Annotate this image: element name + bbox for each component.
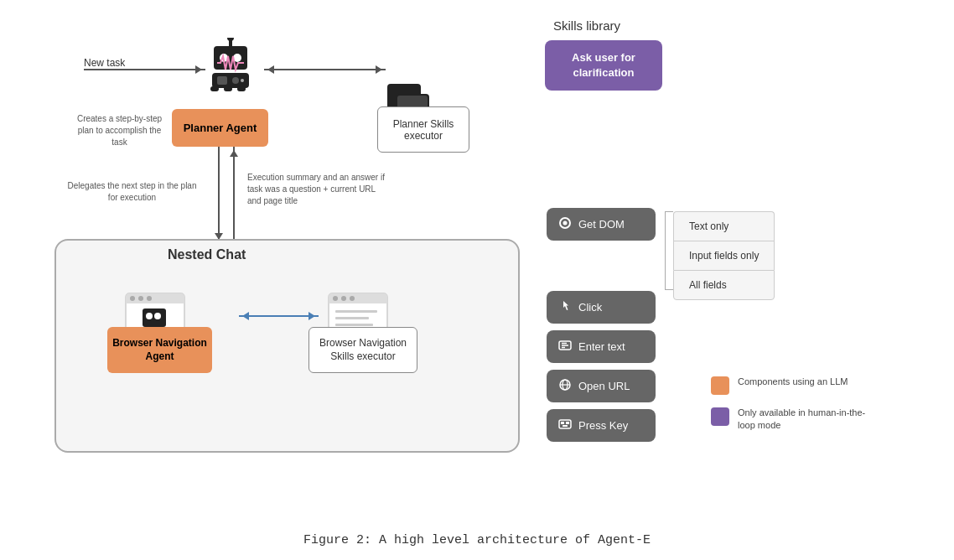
planner-skills-box: Planner Skills executor	[377, 106, 469, 153]
svg-point-7	[232, 77, 239, 84]
open-url-label: Open URL	[578, 380, 630, 392]
press-key-skill[interactable]: Press Key	[547, 409, 656, 442]
dom-option-text-only[interactable]: Text only	[673, 211, 775, 241]
svg-point-18	[130, 296, 135, 301]
arrow-new-task	[84, 69, 205, 70]
press-key-icon	[558, 417, 572, 433]
dom-options-container: Text only Input fields only All fields	[673, 211, 775, 300]
legend-llm-box	[711, 376, 729, 395]
svg-point-29	[350, 296, 355, 301]
dom-option-all-fields[interactable]: All fields	[673, 270, 775, 300]
press-key-label: Press Key	[578, 419, 628, 432]
svg-point-1	[227, 38, 234, 41]
svg-rect-42	[559, 420, 571, 428]
get-dom-skill[interactable]: Get DOM	[547, 208, 656, 241]
nested-chat-label: Nested Chat	[168, 247, 246, 262]
svg-point-34	[563, 221, 568, 226]
click-skill[interactable]: Click	[547, 291, 656, 324]
svg-rect-6	[217, 76, 227, 85]
browser-nav-skills-box: Browser Navigation Skills executor	[308, 327, 417, 373]
open-url-icon	[558, 378, 572, 394]
svg-rect-30	[335, 310, 377, 313]
legend-hitl: Only available in human-in-the-loop mode	[711, 407, 872, 433]
legend-hitl-label: Only available in human-in-the-loop mode	[738, 407, 872, 433]
svg-rect-45	[563, 425, 568, 427]
skills-column: Get DOM Click Enter text Open URL Press …	[547, 208, 656, 442]
svg-point-19	[138, 296, 143, 301]
svg-rect-10	[224, 86, 232, 91]
browser-nav-agent-box: Browser Navigation Agent	[107, 327, 212, 373]
dom-option-input-fields-only[interactable]: Input fields only	[673, 241, 775, 270]
arrow-planner-down	[218, 147, 220, 243]
execution-summary-text: Execution summary and an answer if task …	[247, 172, 386, 207]
legend-llm: Components using an LLM	[711, 376, 872, 395]
delegates-text: Delegates the next step in the plan for …	[63, 180, 201, 204]
svg-rect-21	[143, 309, 166, 327]
legend-llm-label: Components using an LLM	[738, 376, 848, 388]
legend-hitl-box	[711, 407, 729, 426]
svg-point-8	[241, 79, 244, 82]
get-dom-icon	[558, 216, 572, 232]
click-icon	[558, 299, 572, 315]
svg-rect-31	[335, 317, 369, 319]
legend: Components using an LLM Only available i…	[711, 376, 872, 433]
svg-rect-11	[237, 86, 246, 91]
open-url-skill[interactable]: Open URL	[547, 370, 656, 402]
planner-agent-box: Planner Agent	[172, 109, 268, 147]
get-dom-label: Get DOM	[578, 218, 625, 231]
click-label: Click	[578, 301, 602, 314]
svg-rect-44	[566, 422, 569, 424]
arrow-nested-up	[233, 147, 235, 243]
robot-icon	[205, 38, 256, 96]
svg-point-23	[154, 313, 161, 319]
double-arrow-h	[239, 315, 319, 317]
ask-user-clarification-button[interactable]: Ask user for clarification	[545, 40, 662, 91]
svg-rect-9	[210, 86, 219, 91]
arrow-robot-skills	[264, 69, 386, 70]
creates-text: Creates a step-by-step plan to accomplis…	[71, 113, 168, 148]
svg-point-27	[333, 296, 338, 301]
svg-point-22	[146, 313, 153, 319]
figure-caption: Figure 2: A high level architecture of A…	[0, 533, 954, 547]
svg-point-28	[341, 296, 346, 301]
svg-rect-43	[561, 422, 564, 424]
enter-text-label: Enter text	[578, 340, 625, 353]
svg-rect-32	[335, 324, 373, 326]
enter-text-icon	[558, 339, 572, 355]
skills-library-title: Skills library	[553, 18, 620, 34]
svg-point-20	[147, 296, 152, 301]
enter-text-skill[interactable]: Enter text	[547, 330, 656, 363]
new-task-label: New task	[84, 57, 125, 69]
dom-options-bracket	[665, 211, 673, 290]
